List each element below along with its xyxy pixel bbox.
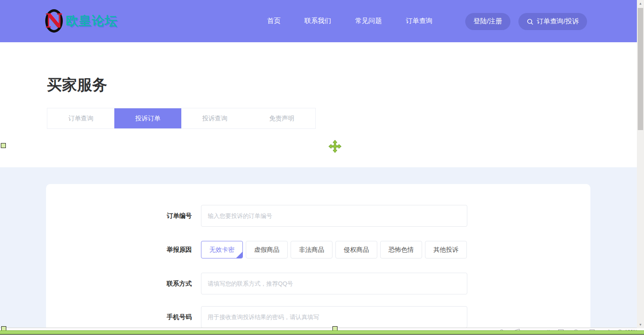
contact-input[interactable] — [201, 273, 467, 294]
contact-row: 联系方式 — [46, 273, 590, 294]
tab-complaint-order[interactable]: 投诉订单 — [114, 108, 181, 128]
vertical-scrollbar[interactable]: ▲ ▼ — [637, 0, 644, 328]
selection-handle-left[interactable] — [1, 143, 6, 148]
nav-item-contact[interactable]: 联系我们 — [304, 17, 331, 26]
tab-disclaimer[interactable]: 免责声明 — [248, 108, 315, 128]
login-register-label: 登陆/注册 — [474, 17, 502, 26]
report-reason-label: 举报原因 — [46, 241, 192, 258]
login-register-button[interactable]: 登陆/注册 — [465, 13, 510, 30]
order-query-complaint-button[interactable]: 订单查询/投诉 — [518, 13, 587, 30]
scroll-down-arrow-icon[interactable]: ▼ — [637, 321, 644, 328]
page: N 欧皇论坛 首页 联系我们 常见问题 订单查询 登陆/注册 订单查询/投诉 买… — [0, 0, 644, 335]
site-logo[interactable]: N 欧皇论坛 — [45, 8, 118, 33]
reason-options: 无效卡密 虚假商品 非法商品 侵权商品 恐怖色情 其他投诉 — [201, 241, 467, 258]
tab-complaint-query[interactable]: 投诉查询 — [181, 108, 248, 128]
form-section: 订单编号 举报原因 无效卡密 虚假商品 非法商品 侵权商品 恐怖色情 其他投诉 … — [0, 167, 644, 327]
move-cursor-icon[interactable] — [328, 139, 342, 153]
vertical-scrollbar-thumb[interactable] — [638, 8, 643, 130]
logo-monogram-letter: N — [45, 11, 63, 31]
phone-label: 手机号码 — [46, 306, 192, 327]
order-number-input[interactable] — [201, 205, 467, 227]
complaint-form-card: 订单编号 举报原因 无效卡密 虚假商品 非法商品 侵权商品 恐怖色情 其他投诉 … — [46, 184, 590, 327]
reason-infringing-goods[interactable]: 侵权商品 — [335, 241, 377, 258]
scroll-up-arrow-icon[interactable]: ▲ — [637, 0, 644, 7]
selection-bottom-edge[interactable] — [0, 330, 644, 334]
service-tabs: 订单查询 投诉订单 投诉查询 免责声明 — [47, 108, 316, 129]
order-number-row: 订单编号 — [46, 205, 590, 227]
page-title: 买家服务 — [47, 75, 107, 95]
reason-terror-porn[interactable]: 恐怖色情 — [380, 241, 422, 258]
report-reason-row: 举报原因 无效卡密 虚假商品 非法商品 侵权商品 恐怖色情 其他投诉 — [46, 241, 590, 258]
search-icon — [527, 18, 533, 25]
reason-illegal-goods[interactable]: 非法商品 — [291, 241, 332, 258]
logo-text: 欧皇论坛 — [66, 13, 118, 30]
nav-item-home[interactable]: 首页 — [267, 17, 281, 26]
reason-other[interactable]: 其他投诉 — [425, 241, 467, 258]
contact-label: 联系方式 — [46, 273, 192, 294]
order-query-complaint-label: 订单查询/投诉 — [537, 17, 579, 26]
logo-monogram-icon: N — [45, 9, 63, 33]
order-number-label: 订单编号 — [46, 205, 192, 227]
tab-order-query[interactable]: 订单查询 — [47, 108, 114, 128]
phone-input[interactable] — [201, 306, 467, 327]
nav-item-order-query[interactable]: 订单查询 — [406, 17, 433, 26]
nav-item-faq[interactable]: 常见问题 — [355, 17, 382, 26]
hero-section: 买家服务 订单查询 投诉订单 投诉查询 免责声明 — [0, 42, 644, 167]
reason-fake-goods[interactable]: 虚假商品 — [246, 241, 288, 258]
main-nav: 首页 联系我们 常见问题 订单查询 — [267, 0, 433, 42]
site-header: N 欧皇论坛 首页 联系我们 常见问题 订单查询 登陆/注册 订单查询/投诉 — [0, 0, 644, 42]
reason-invalid-card[interactable]: 无效卡密 — [201, 241, 243, 258]
phone-row: 手机号码 — [46, 306, 590, 327]
